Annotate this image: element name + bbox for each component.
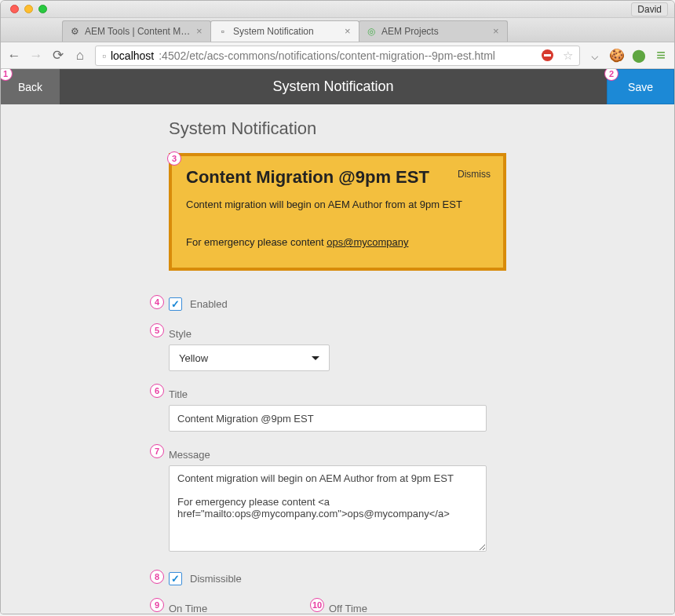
bookmark-star-icon[interactable]: ☆ bbox=[563, 49, 573, 63]
tab-strip: ⚙︎ AEM Tools | Content Migra × ▫︎ System… bbox=[1, 18, 674, 42]
dismiss-link[interactable]: Dismiss bbox=[458, 169, 491, 180]
form-content: System Notification 3 Content Migration … bbox=[1, 104, 535, 614]
title-input[interactable] bbox=[169, 405, 487, 432]
preview-body-line: For emergency please content bbox=[186, 236, 327, 248]
enabled-label: Enabled bbox=[190, 298, 228, 310]
annotation-badge: 9 bbox=[150, 598, 164, 612]
preview-body-line: Content migration will begin on AEM Auth… bbox=[186, 199, 462, 210]
preview-title: Content Migration @9pm EST bbox=[186, 167, 489, 188]
title-label: Title bbox=[169, 388, 535, 400]
page-header-title: System Notification bbox=[60, 78, 607, 95]
enabled-checkbox[interactable] bbox=[169, 297, 182, 311]
style-select-value: Yellow bbox=[179, 352, 208, 364]
browser-tab[interactable]: ⚙︎ AEM Tools | Content Migra × bbox=[62, 20, 211, 42]
browser-tab[interactable]: ◎ AEM Projects × bbox=[359, 20, 508, 42]
browser-tab[interactable]: ▫︎ System Notification × bbox=[210, 20, 359, 42]
profile-badge[interactable]: David bbox=[631, 2, 668, 16]
toolbar: ← → ⟳ ⌂ ▫︎ localhost:4502/etc/acs-common… bbox=[1, 42, 674, 69]
close-icon[interactable]: × bbox=[196, 27, 204, 35]
file-icon: ▫︎ bbox=[102, 49, 106, 62]
page-title: System Notification bbox=[169, 118, 535, 139]
enabled-row: 4 Enabled bbox=[169, 297, 535, 311]
annotation-badge: 7 bbox=[150, 444, 164, 458]
annotation-badge: 4 bbox=[150, 295, 164, 309]
maximize-window-icon[interactable] bbox=[38, 5, 47, 13]
message-row: 7 Message bbox=[169, 449, 535, 555]
browser-window: David ⚙︎ AEM Tools | Content Migra × ▫︎ … bbox=[0, 0, 675, 614]
url-path: :4502/etc/acs-commons/notifications/cont… bbox=[159, 49, 495, 62]
notification-preview: 3 Content Migration @9pm EST Dismiss Con… bbox=[169, 153, 506, 271]
cookie-icon[interactable]: 🍪 bbox=[610, 49, 624, 63]
minimize-window-icon[interactable] bbox=[24, 5, 33, 13]
window-titlebar: David bbox=[1, 1, 674, 18]
forward-icon[interactable]: → bbox=[29, 48, 43, 64]
home-icon[interactable]: ⌂ bbox=[73, 48, 87, 64]
reload-icon[interactable]: ⟳ bbox=[51, 47, 65, 64]
message-label: Message bbox=[169, 449, 535, 461]
style-label: Style bbox=[169, 328, 535, 340]
address-bar[interactable]: ▫︎ localhost:4502/etc/acs-commons/notifi… bbox=[95, 46, 580, 66]
favicon-icon: ⚙︎ bbox=[69, 26, 80, 37]
close-window-icon[interactable] bbox=[10, 5, 19, 13]
preview-body: Content migration will begin on AEM Auth… bbox=[186, 195, 489, 252]
dismissible-row: 8 Dismissible bbox=[169, 572, 535, 585]
annotation-badge: 10 bbox=[310, 598, 324, 612]
on-time-label: On Time bbox=[169, 603, 297, 614]
menu-icon[interactable]: ≡ bbox=[654, 49, 668, 63]
evernote-icon[interactable]: ⬤ bbox=[632, 49, 646, 63]
annotation-badge: 6 bbox=[150, 384, 164, 398]
app-header: 1 Back System Notification 2 Save bbox=[1, 69, 674, 104]
url-host: localhost bbox=[111, 49, 154, 62]
app-viewport: 1 Back System Notification 2 Save System… bbox=[1, 69, 674, 614]
annotation-badge: 3 bbox=[167, 151, 181, 166]
annotation-badge: 8 bbox=[150, 570, 164, 584]
back-icon[interactable]: ← bbox=[7, 48, 21, 64]
traffic-lights bbox=[10, 5, 47, 13]
tab-title: AEM Tools | Content Migra bbox=[85, 26, 192, 37]
style-select[interactable]: Yellow bbox=[169, 344, 330, 371]
dismissible-checkbox[interactable] bbox=[169, 572, 182, 585]
on-time-group: 9 On Time bbox=[169, 603, 297, 614]
off-time-label: Off Time bbox=[329, 603, 458, 614]
tab-title: System Notification bbox=[233, 26, 340, 37]
tab-title: AEM Projects bbox=[381, 26, 488, 37]
dismissible-label: Dismissible bbox=[190, 573, 242, 585]
annotation-badge: 5 bbox=[150, 323, 164, 337]
preview-email-link[interactable]: ops@mycompany bbox=[327, 236, 408, 248]
title-row: 6 Title bbox=[169, 388, 535, 432]
favicon-icon: ▫︎ bbox=[217, 26, 228, 37]
message-textarea[interactable] bbox=[169, 465, 487, 552]
favicon-icon: ◎ bbox=[366, 26, 377, 37]
time-row: 9 On Time 10 Off Time bbox=[169, 603, 535, 614]
adblock-icon[interactable] bbox=[542, 49, 553, 61]
close-icon[interactable]: × bbox=[493, 27, 501, 35]
close-icon[interactable]: × bbox=[345, 27, 352, 35]
off-time-group: 10 Off Time bbox=[329, 603, 458, 614]
pocket-icon[interactable]: ⌵ bbox=[588, 49, 602, 63]
style-row: 5 Style Yellow bbox=[169, 328, 535, 371]
